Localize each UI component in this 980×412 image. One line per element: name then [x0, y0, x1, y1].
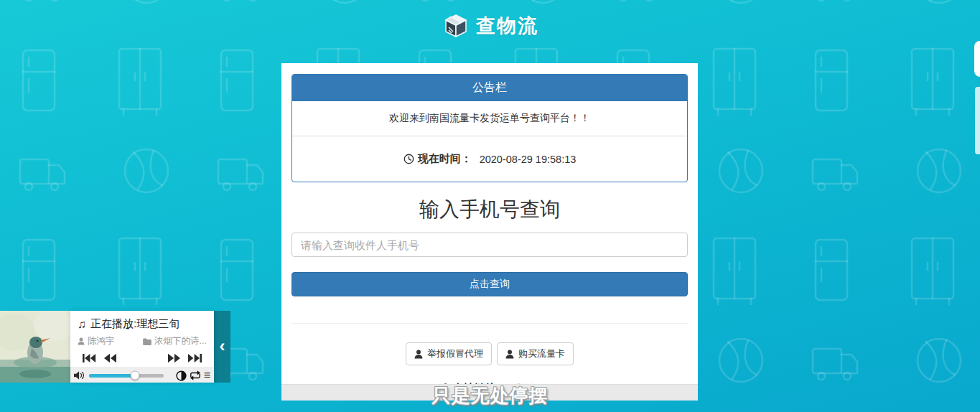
buy-data-card-button[interactable]: 购买流量卡: [497, 342, 574, 365]
edge-floating-button-bottom[interactable]: [975, 87, 980, 154]
box-logo-icon: [442, 11, 470, 40]
player-panel: ♫ 正在播放:理想三旬 陈鸿宇 浓烟下的诗...: [70, 311, 214, 383]
person-icon: [505, 350, 514, 359]
playlist-menu-button[interactable]: ≡: [204, 370, 210, 381]
phone-input[interactable]: [291, 233, 688, 257]
player-collapse-tab[interactable]: ‹: [214, 311, 230, 383]
announcement-time-row: 现在时间： 2020-08-29 19:58:13: [292, 136, 687, 182]
transport-controls: [83, 353, 202, 363]
page: 查物流 公告栏 欢迎来到南国流量卡发货运单号查询平台！！ 现在时间： 2020-…: [0, 0, 980, 412]
back-controls: [83, 353, 116, 363]
fast-forward-button[interactable]: [168, 353, 180, 363]
page-title: 输入手机号查询: [281, 196, 698, 223]
theme-toggle-button[interactable]: [176, 370, 187, 381]
divider: [291, 323, 688, 324]
query-button[interactable]: 点击查询: [291, 272, 688, 296]
album-name: 浓烟下的诗...: [154, 335, 207, 347]
volume-button[interactable]: [74, 370, 85, 380]
time-label: 现在时间：: [418, 152, 472, 166]
query-card: 公告栏 欢迎来到南国流量卡发货运单号查询平台！！ 现在时间： 2020-08-2…: [281, 63, 698, 401]
person-icon: [414, 350, 423, 359]
announcement-header: 公告栏: [292, 75, 687, 101]
chevron-left-icon: ‹: [220, 337, 225, 355]
track-meta-row: 陈鸿宇 浓烟下的诗...: [78, 335, 207, 347]
progress-slider[interactable]: [89, 374, 164, 378]
album-art: [0, 311, 70, 383]
site-title: 查物流: [476, 13, 538, 39]
repeat-button[interactable]: [190, 370, 201, 380]
edge-floating-button-top[interactable]: [974, 41, 980, 77]
folder-icon: [143, 338, 151, 345]
skip-next-button[interactable]: [188, 353, 202, 363]
player-bottom-bar: ≡: [70, 367, 214, 383]
progress-thumb[interactable]: [131, 371, 140, 380]
now-playing-row: ♫ 正在播放:理想三旬: [78, 317, 207, 331]
artist-item: 陈鸿宇: [78, 335, 115, 347]
site-logo: 查物流: [0, 11, 980, 40]
now-playing-text: 正在播放:理想三旬: [90, 317, 179, 331]
lyric-text: 只是无处停摆: [0, 383, 980, 408]
announcement-welcome-text: 欢迎来到南国流量卡发货运单号查询平台！！: [292, 101, 687, 136]
forward-controls: [168, 353, 202, 363]
clock-icon: [403, 154, 414, 164]
time-value: 2020-08-29 19:58:13: [480, 154, 577, 165]
music-note-icon: ♫: [78, 318, 86, 331]
progress-fill: [89, 374, 135, 378]
artist-name: 陈鸿宇: [88, 335, 115, 347]
player-option-icons: ≡: [176, 370, 210, 381]
report-fake-agent-button[interactable]: 举报假冒代理: [406, 342, 492, 365]
artist-icon: [78, 337, 85, 345]
album-item: 浓烟下的诗...: [143, 335, 207, 347]
music-player: ♫ 正在播放:理想三旬 陈鸿宇 浓烟下的诗...: [0, 311, 230, 383]
rewind-button[interactable]: [104, 353, 116, 363]
announcement-panel: 公告栏 欢迎来到南国流量卡发货运单号查询平台！！ 现在时间： 2020-08-2…: [291, 74, 688, 182]
skip-previous-button[interactable]: [83, 353, 96, 363]
secondary-actions: 举报假冒代理 购买流量卡: [281, 342, 698, 365]
